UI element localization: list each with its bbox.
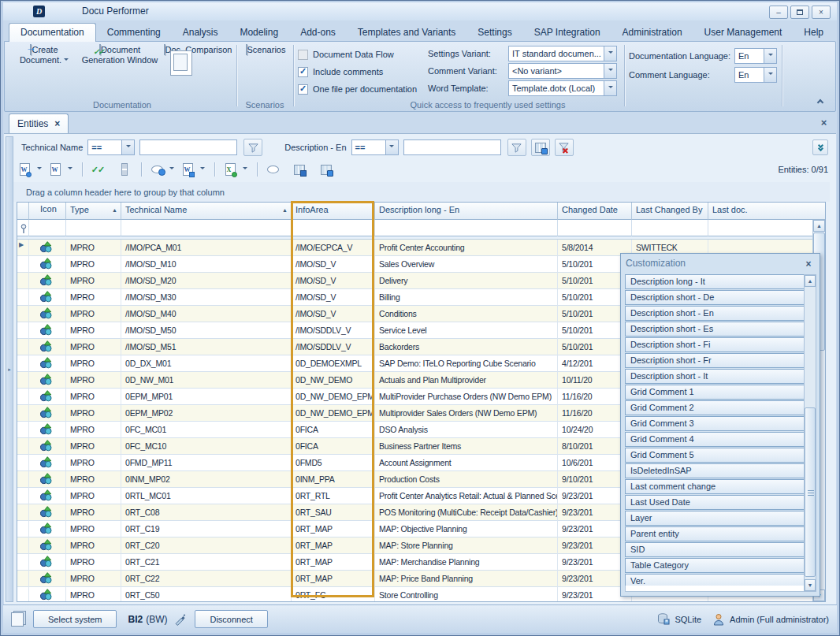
word-document-dropdown[interactable] (66, 161, 73, 178)
filter-cell[interactable] (708, 220, 825, 236)
combobox-dropdown-button[interactable] (764, 67, 777, 83)
collapsed-panel-splitter[interactable]: ▸ (6, 136, 13, 602)
hidden-column-item[interactable]: Grid Comment 1 (625, 385, 805, 400)
hidden-column-item[interactable]: Grid Comment 3 (625, 416, 805, 431)
clipboard-icon[interactable] (11, 612, 24, 627)
hidden-column-item[interactable]: Parent entity (625, 526, 805, 541)
hidden-column-item[interactable]: Table Category (625, 558, 805, 573)
titlebar[interactable]: D Docu Performer – × (3, 2, 837, 20)
scroll-up-button[interactable]: ▲ (805, 275, 816, 287)
menu-tab[interactable]: Templates and Variants (347, 24, 467, 42)
hidden-column-item[interactable]: Grid Comment 2 (625, 400, 805, 415)
operator-combobox[interactable]: == (351, 139, 399, 155)
excel-export-dropdown[interactable] (241, 161, 248, 178)
column-header-description[interactable]: Description long - En (375, 203, 558, 220)
hidden-column-item[interactable]: Description short - En (625, 306, 805, 321)
hidden-column-item[interactable]: Description short - Fi (625, 337, 805, 352)
hidden-column-item[interactable]: Description short - De (625, 290, 805, 305)
close-button[interactable]: × (812, 6, 831, 19)
filter-cell[interactable] (558, 220, 632, 236)
hidden-column-item[interactable]: Description short - Es (625, 322, 805, 337)
filter-cell[interactable] (292, 220, 375, 236)
hidden-column-item[interactable]: Description short - Fr (625, 353, 805, 368)
expand-search-panel-button[interactable] (812, 139, 828, 155)
menu-tab[interactable]: Analysis (172, 24, 229, 42)
scenarios-button[interactable]: Scenarios (241, 45, 290, 55)
column-header-infoarea[interactable]: InfoArea (292, 203, 375, 220)
checklist-button[interactable] (115, 161, 134, 178)
current-user-label[interactable]: Admin (Full administrator) (730, 615, 829, 624)
disconnect-button[interactable]: Disconnect (195, 610, 267, 628)
doc-comparison-button[interactable]: Doc. Comparison (161, 45, 235, 55)
database-label[interactable]: SQLite (675, 615, 701, 624)
close-customization-button[interactable]: × (802, 258, 815, 270)
filter-cell[interactable] (29, 220, 66, 236)
customization-panel[interactable]: Customization × Description long - It De… (620, 253, 820, 597)
add-comment-dropdown[interactable] (168, 161, 175, 178)
restore-grid-layout-button[interactable] (317, 161, 336, 178)
customization-scrollbar[interactable]: ▲ ▼ (804, 274, 816, 592)
advanced-filter-button[interactable] (531, 139, 550, 156)
menu-tab[interactable]: SAP Integration (523, 24, 611, 42)
menu-tab[interactable]: User Management (693, 24, 794, 42)
column-header-changed-date[interactable]: Changed Date (558, 203, 632, 220)
tab-entities[interactable]: Entities × (9, 113, 69, 133)
checkbox[interactable] (298, 50, 308, 60)
filter-cell[interactable] (66, 220, 121, 236)
combobox-dropdown-button[interactable] (604, 46, 617, 61)
column-header-icon[interactable]: Icon (29, 203, 66, 220)
checkbox[interactable] (298, 67, 308, 77)
menu-tab[interactable]: Settings (466, 24, 522, 42)
filter-cell[interactable] (632, 220, 708, 236)
language-combobox[interactable]: En (734, 67, 777, 83)
customization-titlebar[interactable]: Customization × (621, 254, 820, 273)
column-header-last-changed-by[interactable]: Last Changed By (632, 203, 708, 220)
hidden-column-item[interactable]: Grid Comment 5 (625, 448, 805, 463)
combobox-dropdown-button[interactable] (604, 63, 617, 79)
column-header-type[interactable]: Type▲ (66, 203, 121, 220)
hidden-column-item[interactable]: IsDeletedInSAP (625, 463, 805, 478)
combobox-dropdown-button[interactable] (386, 139, 399, 155)
group-by-panel[interactable]: Drag a column header here to group by th… (13, 182, 830, 202)
column-header-technical-name[interactable]: Technical Name▲ (121, 203, 292, 220)
hidden-column-item[interactable]: Description short - It (625, 369, 805, 384)
document-generation-window-button[interactable]: ✓✓ Document Generation Window (80, 45, 159, 65)
close-tab-icon[interactable]: × (54, 119, 60, 128)
save-grid-layout-button[interactable] (290, 161, 309, 178)
description-filter-input[interactable] (403, 139, 501, 155)
excel-export-button[interactable]: X (221, 161, 240, 178)
comment-ellipse-button[interactable] (263, 161, 282, 178)
operator-combobox[interactable]: == (87, 139, 135, 155)
add-comment-button[interactable] (147, 161, 166, 178)
add-word-dropdown[interactable] (35, 161, 43, 178)
clear-filter-button[interactable] (555, 139, 574, 156)
checkbox[interactable] (298, 84, 308, 95)
menu-tab[interactable]: Modeling (229, 24, 289, 42)
scrollbar-thumb[interactable] (805, 407, 816, 577)
collapse-ribbon-button[interactable] (813, 95, 827, 106)
field-combobox[interactable]: IT standard documen... (508, 46, 617, 61)
create-document-button[interactable]: → Create Document. (13, 45, 76, 65)
technical-name-filter-input[interactable] (139, 139, 237, 155)
document-to-word-button[interactable]: W (178, 161, 197, 178)
menu-tab[interactable]: Documentation (9, 23, 96, 42)
scroll-down-button[interactable]: ▼ (805, 579, 816, 591)
auto-filter-row[interactable] (17, 220, 825, 236)
combobox-dropdown-button[interactable] (764, 48, 777, 64)
hidden-column-item[interactable]: Layer (625, 511, 805, 526)
close-documents-button[interactable]: × (818, 117, 830, 129)
column-header-last-doc[interactable]: Last doc. (708, 203, 825, 220)
document-to-word-dropdown[interactable] (199, 161, 206, 178)
hidden-column-item[interactable]: Last comment change (625, 479, 805, 494)
menu-tab[interactable]: Add-ons (289, 24, 347, 42)
hidden-column-item[interactable]: Description long - It (625, 274, 805, 289)
word-document-button[interactable]: W (46, 161, 65, 178)
field-combobox[interactable]: <No variant> (508, 63, 617, 79)
language-combobox[interactable]: En (734, 48, 777, 64)
hidden-column-item[interactable]: SID (625, 542, 805, 557)
field-combobox[interactable]: Template.dotx (Local) (508, 80, 617, 96)
hidden-column-item[interactable]: Grid Comment 4 (625, 432, 805, 447)
apply-filter-button[interactable] (243, 139, 262, 156)
select-system-button[interactable]: Select system (33, 610, 117, 628)
scroll-up-button[interactable]: ▲ (813, 220, 825, 232)
